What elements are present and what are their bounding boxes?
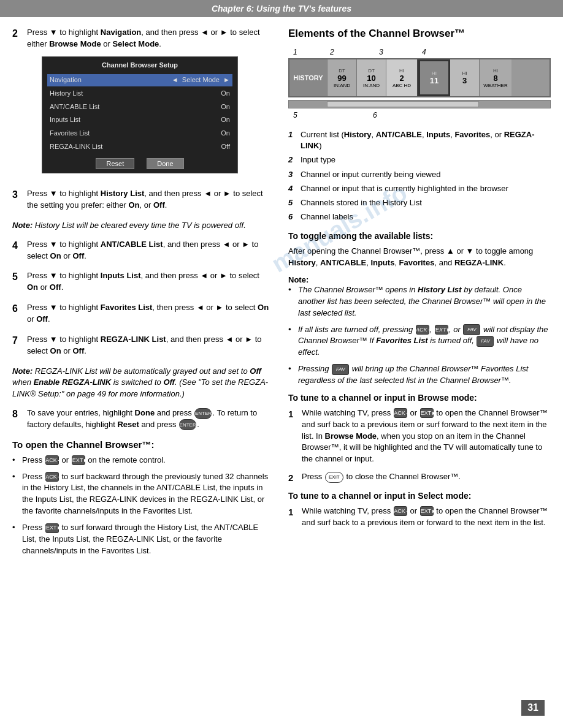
channel-browser-setup-dialog: Channel Browser Setup Navigation ◄ Selec… bbox=[42, 56, 238, 174]
diagram-cell-2-sub: ABC HD bbox=[393, 83, 411, 88]
diagram-cell-10-main: 10 bbox=[367, 74, 375, 83]
step-6-favorites: Favorites List bbox=[101, 303, 153, 312]
page-number-area: 31 bbox=[521, 700, 545, 716]
right-note-bullet-2: • If all lists are turned off, pressing … bbox=[288, 324, 551, 359]
legend-item-3: 3 Channel or input currently being viewe… bbox=[288, 169, 551, 180]
cbs-antcable-value: On bbox=[221, 102, 230, 112]
browse-step-1-num: 1 bbox=[288, 408, 298, 465]
right-note-block: Note: • The Channel Browser™ opens in Hi… bbox=[288, 275, 551, 387]
diagram-numbers-top: 1 2 3 4 bbox=[288, 48, 551, 56]
note-regza-link: Note: REGZA-LINK List will be automatica… bbox=[12, 366, 270, 401]
step-2-number: 2 bbox=[12, 26, 23, 180]
next-icon-browse: NEXT► bbox=[420, 408, 434, 418]
step-3-content: Press ▼ to highlight History List, and t… bbox=[27, 188, 270, 211]
step-2-browse: Browse Mode bbox=[49, 39, 101, 48]
cbs-row-regzalink: REGZA-LINK List Off bbox=[47, 141, 232, 153]
page-number: 31 bbox=[521, 700, 545, 716]
select-mode-title: To tune to a channel or input in Select … bbox=[288, 491, 551, 501]
diagram-cell-10-sub: IN:AND bbox=[363, 83, 380, 88]
bullet-dot-2: • bbox=[12, 471, 18, 517]
browse-step-2-num: 2 bbox=[288, 471, 298, 485]
diagram-cell-3-main: 3 bbox=[462, 76, 467, 85]
open-bullet-1-text: Press BACK◄ or NEXT► on the remote contr… bbox=[22, 455, 166, 466]
legend-text-4: Channel or input that is currently highl… bbox=[301, 183, 508, 194]
step-2: 2 Press ▼ to highlight Navigation, and t… bbox=[12, 27, 270, 180]
browse-step-2-text: Press EXIT to close the Channel Browser™… bbox=[302, 471, 461, 485]
diagram-cell-8-top: HI bbox=[493, 68, 498, 74]
diagram-history-label: HISTORY bbox=[293, 74, 323, 82]
right-section-title: Elements of the Channel Browser™ bbox=[288, 27, 551, 40]
fav-icon-3: FAV bbox=[332, 364, 349, 375]
step-7-number: 7 bbox=[12, 333, 23, 357]
header-title: Chapter 6: Using the TV's features bbox=[212, 4, 351, 13]
cbs-buttons: Reset Done bbox=[47, 158, 232, 169]
diagram-cell-3-top: HI bbox=[462, 70, 467, 76]
right-note-bullet-1: • The Channel Browser™ opens in History … bbox=[288, 284, 551, 319]
cbs-row-navigation: Navigation ◄ Select Mode ► bbox=[47, 74, 232, 86]
cbs-row-inputs: Inputs List On bbox=[47, 114, 232, 126]
next-small-icon: NEXT► bbox=[435, 325, 448, 335]
step-3-on: On bbox=[128, 200, 139, 210]
enter-button-icon2: ENTER bbox=[179, 419, 196, 430]
step-7: 7 Press ▼ to highlight REGZA-LINK List, … bbox=[12, 334, 270, 357]
channel-browser-diagram: 1 2 3 4 HISTORY DT 99 IN:AND bbox=[288, 48, 551, 119]
step-6-content: Press ▼ to highlight Favorites List, the… bbox=[27, 302, 270, 325]
select-step-1-num: 1 bbox=[288, 506, 298, 529]
diagram-num-6: 6 bbox=[373, 111, 377, 119]
step-5-inputs: Inputs List bbox=[101, 271, 141, 280]
cbs-antcable-label: ANT/CABLE List bbox=[50, 102, 99, 112]
legend-text-1: Current list (History, ANT/CABLE, Inputs… bbox=[301, 129, 551, 151]
step-5-content: Press ▼ to highlight Inputs List, and th… bbox=[27, 270, 270, 294]
cbs-reset-button[interactable]: Reset bbox=[96, 158, 134, 169]
diagram-cell-8-main: 8 bbox=[493, 74, 497, 83]
step-8-reset: Reset bbox=[117, 420, 139, 429]
step-2-select: Select Mode bbox=[112, 39, 159, 48]
back-btn-icon2: BACK◄ bbox=[45, 472, 59, 482]
step-3-history: History List bbox=[101, 189, 145, 198]
legend-text-6: Channel labels bbox=[301, 211, 353, 222]
diagram-numbers-bottom: 5 6 bbox=[288, 111, 551, 119]
open-bullet-1: • Press BACK◄ or NEXT► on the remote con… bbox=[12, 455, 270, 466]
legend-num-2: 2 bbox=[288, 154, 297, 165]
open-channel-browser-section: To open the Channel Browser™: • Press BA… bbox=[12, 439, 270, 557]
cbs-row-history: History List On bbox=[47, 88, 232, 100]
step-2-nav: Navigation bbox=[101, 28, 141, 37]
diagram-cell-8-sub: WEATHER bbox=[483, 83, 507, 88]
legend-text-5: Channels stored in the History List bbox=[301, 197, 422, 208]
bullet-dot-3: • bbox=[12, 522, 18, 557]
step-3-off: Off bbox=[153, 200, 165, 210]
bullet-dot-1: • bbox=[12, 455, 18, 466]
cbs-nav-value: ◄ Select Mode ► bbox=[172, 75, 230, 85]
step-7-content: Press ▼ to highlight REGZA-LINK List, an… bbox=[27, 334, 270, 357]
step-7-off: Off bbox=[72, 346, 84, 355]
enter-button-icon: ENTER bbox=[194, 408, 212, 419]
cbs-title: Channel Browser Setup bbox=[47, 61, 232, 70]
legend-num-5: 5 bbox=[288, 197, 297, 208]
page-header: Chapter 6: Using the TV's features bbox=[0, 0, 563, 17]
right-note-text-3: Pressing FAV will bring up the Channel B… bbox=[298, 363, 551, 387]
cbs-inputs-value: On bbox=[221, 115, 230, 125]
cbs-row-favorites: Favorites List On bbox=[47, 127, 232, 140]
step-8-done: Done bbox=[135, 408, 155, 417]
open-bullet-2-text: Press BACK◄ to surf backward through the… bbox=[22, 471, 270, 517]
note-history-list: Note: History List will be cleared every… bbox=[12, 220, 270, 232]
fav-icon-1: FAV bbox=[463, 324, 480, 335]
note-regza-text: REGZA-LINK List will be automatically gr… bbox=[12, 366, 268, 399]
legend-num-6: 6 bbox=[288, 211, 297, 222]
step-6-off: Off bbox=[36, 314, 48, 324]
cbs-done-button[interactable]: Done bbox=[147, 158, 183, 169]
diagram-cell-99-sub: IN:AND bbox=[334, 83, 350, 88]
cbs-favorites-label: Favorites List bbox=[50, 129, 90, 138]
legend-num-3: 3 bbox=[288, 169, 297, 180]
legend-item-1: 1 Current list (History, ANT/CABLE, Inpu… bbox=[288, 129, 551, 151]
legend-item-6: 6 Channel labels bbox=[288, 211, 551, 222]
diagram-cell-99-top: DT bbox=[339, 68, 345, 74]
legend-item-5: 5 Channels stored in the History List bbox=[288, 197, 551, 208]
step-4-number: 4 bbox=[12, 238, 23, 262]
cbs-regzalink-label: REGZA-LINK List bbox=[50, 142, 102, 152]
note-regza-label: Note: bbox=[12, 366, 35, 376]
step-8-number: 8 bbox=[12, 407, 23, 431]
cbs-favorites-value: On bbox=[221, 129, 230, 138]
diagram-cell-99-main: 99 bbox=[337, 74, 346, 83]
diagram-cell-2: HI 2 ABC HD bbox=[386, 59, 418, 96]
